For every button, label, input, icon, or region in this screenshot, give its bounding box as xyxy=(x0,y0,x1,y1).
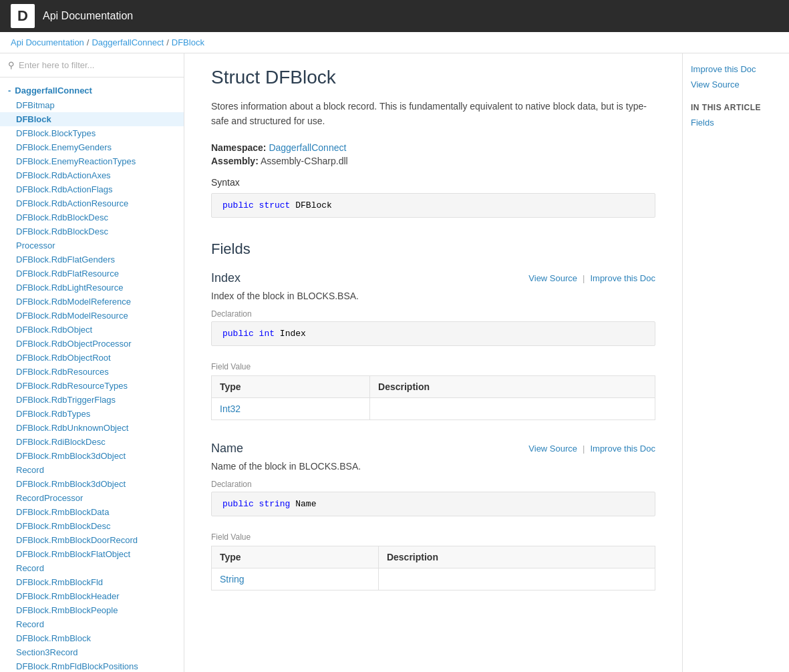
type-link[interactable]: String xyxy=(220,574,245,584)
col-description: Description xyxy=(370,375,655,397)
sidebar-item[interactable]: DFBlock.RmbBlockFld xyxy=(0,575,184,589)
sidebar-item[interactable]: DFBlock.RdbObject xyxy=(0,323,184,337)
field-index-code-name: Index xyxy=(280,329,306,339)
sidebar-item[interactable]: DFBlock.RmbBlock3dObject xyxy=(0,477,184,491)
sidebar-item[interactable]: DFBlock.RdbLightResource xyxy=(0,281,184,295)
improve-doc-link[interactable]: Improve this Doc xyxy=(691,64,781,74)
sidebar-section-header[interactable]: - DaggerfallConnect xyxy=(0,83,184,98)
field-name-improve-doc[interactable]: Improve this Doc xyxy=(590,444,655,454)
meta-table: Namespace: DaggerfallConnect Assembly: A… xyxy=(211,142,655,166)
cell-description xyxy=(370,397,655,419)
field-name-keyword: public string xyxy=(222,499,290,509)
field-name-declaration-label: Declaration xyxy=(211,480,655,489)
table-row: String xyxy=(212,568,655,590)
cell-description xyxy=(378,568,655,590)
sidebar-item[interactable]: DFBlock.RdbResources xyxy=(0,365,184,379)
field-name-sep: | xyxy=(583,444,585,454)
sidebar-item[interactable]: DFBlock.RmbBlockDesc xyxy=(0,519,184,533)
field-index-improve-doc[interactable]: Improve this Doc xyxy=(590,273,655,283)
table-row: Int32 xyxy=(212,397,655,419)
breadcrumb-link-api[interactable]: Api Documentation xyxy=(11,37,84,47)
field-index-header: Index View Source | Improve this Doc xyxy=(211,271,655,285)
sidebar-item[interactable]: Record xyxy=(0,561,184,575)
sidebar-item[interactable]: DFBlock.RmbBlock xyxy=(0,631,184,645)
sidebar-item[interactable]: DFBlock.RdbActionFlags xyxy=(0,182,184,196)
field-index-name: Index xyxy=(211,271,241,285)
col-description: Description xyxy=(378,546,655,568)
cell-type: Int32 xyxy=(212,397,370,419)
sidebar-item[interactable]: RecordProcessor xyxy=(0,491,184,505)
top-nav: D Api Documentation xyxy=(0,0,789,32)
field-index-view-source[interactable]: View Source xyxy=(528,273,577,283)
field-name-description: Name of the block in BLOCKS.BSA. xyxy=(211,461,655,472)
sidebar-item[interactable]: DFBlock.RmbFldBlockPositions xyxy=(0,659,184,672)
field-name-code-name: Name xyxy=(295,499,316,509)
sidebar-item[interactable]: DFBlock.EnemyGenders xyxy=(0,140,184,154)
sidebar-item[interactable]: DFBlock.BlockTypes xyxy=(0,126,184,140)
sidebar-item[interactable]: DFBlock.RmbBlockPeople xyxy=(0,603,184,617)
sidebar-item[interactable]: DFBlock.RdbTriggerFlags xyxy=(0,393,184,407)
breadcrumb-link-connect[interactable]: DaggerfallConnect xyxy=(92,37,164,47)
sidebar-items-list: DFBitmapDFBlockDFBlock.BlockTypesDFBlock… xyxy=(0,98,184,672)
sidebar-item[interactable]: DFBlock.RmbBlockFlatObject xyxy=(0,547,184,561)
field-name-code: public string Name xyxy=(211,492,655,516)
sidebar-item[interactable]: DFBitmap xyxy=(0,98,184,112)
sidebar-item[interactable]: DFBlock.RdbUnknownObject xyxy=(0,421,184,435)
sidebar-item[interactable]: DFBlock.RdbObjectRoot xyxy=(0,351,184,365)
sidebar-item[interactable]: DFBlock.RdbBlockDesc xyxy=(0,224,184,238)
sidebar-item[interactable]: DFBlock.RmbBlockDoorRecord xyxy=(0,533,184,547)
sidebar-item[interactable]: DFBlock.RdbFlatGenders xyxy=(0,253,184,267)
sidebar-item[interactable]: Section3Record xyxy=(0,645,184,659)
search-input[interactable] xyxy=(19,60,176,70)
sidebar-item[interactable]: DFBlock.RdbActionAxes xyxy=(0,168,184,182)
sidebar-item[interactable]: DFBlock.RdbModelReference xyxy=(0,295,184,309)
sidebar-item[interactable]: DFBlock.RmbBlock3dObject xyxy=(0,449,184,463)
field-index: Index View Source | Improve this Doc Ind… xyxy=(211,271,655,420)
col-type: Type xyxy=(212,375,370,397)
syntax-keyword: public struct xyxy=(222,200,290,210)
sidebar-item[interactable]: DFBlock.RdiBlockDesc xyxy=(0,435,184,449)
filter-icon: ⚲ xyxy=(8,60,15,70)
namespace-value: DaggerfallConnect xyxy=(269,142,346,153)
sidebar-item[interactable]: Processor xyxy=(0,238,184,253)
sidebar-item[interactable]: DFBlock.RdbBlockDesc xyxy=(0,210,184,224)
sidebar-item[interactable]: DFBlock.EnemyReactionTypes xyxy=(0,154,184,168)
field-index-sep: | xyxy=(583,273,585,283)
field-name-header: Name View Source | Improve this Doc xyxy=(211,442,655,456)
view-source-link[interactable]: View Source xyxy=(691,79,781,90)
sidebar-item[interactable]: DFBlock.RdbResourceTypes xyxy=(0,379,184,393)
field-name-view-source[interactable]: View Source xyxy=(528,444,577,454)
field-index-declaration-label: Declaration xyxy=(211,309,655,319)
sidebar-item[interactable]: DFBlock xyxy=(0,112,184,126)
article-link-fields[interactable]: Fields xyxy=(691,118,781,128)
field-index-description: Index of the block in BLOCKS.BSA. xyxy=(211,291,655,301)
sidebar-filter-container: ⚲ xyxy=(0,53,184,77)
page-description: Stores information about a block record.… xyxy=(211,99,655,129)
field-index-table: Type Description Int32 xyxy=(211,375,655,420)
sidebar-tree: - DaggerfallConnect DFBitmapDFBlockDFBlo… xyxy=(0,77,184,672)
sidebar-item[interactable]: DFBlock.RdbObjectProcessor xyxy=(0,337,184,351)
field-index-code: public int Index xyxy=(211,321,655,346)
page-title: Struct DFBlock xyxy=(211,67,655,88)
syntax-code-block: public struct DFBlock xyxy=(211,193,655,218)
type-link[interactable]: Int32 xyxy=(220,403,241,414)
table-header-row: Type Description xyxy=(212,546,655,568)
sidebar-item[interactable]: DFBlock.RmbBlockData xyxy=(0,505,184,519)
sidebar-item[interactable]: DFBlock.RdbTypes xyxy=(0,407,184,421)
sidebar: ⚲ - DaggerfallConnect DFBitmapDFBlockDFB… xyxy=(0,53,184,672)
right-sidebar: Improve this Doc View Source IN THIS ART… xyxy=(682,53,789,672)
sidebar-item[interactable]: Record xyxy=(0,463,184,477)
sidebar-item[interactable]: DFBlock.RdbFlatResource xyxy=(0,267,184,281)
cell-type: String xyxy=(212,568,379,590)
app-title: Api Documentation xyxy=(43,10,133,22)
sidebar-item[interactable]: DFBlock.RdbModelResource xyxy=(0,309,184,323)
sidebar-item[interactable]: Record xyxy=(0,617,184,631)
namespace-link[interactable]: DaggerfallConnect xyxy=(269,142,346,153)
breadcrumb: Api Documentation / DaggerfallConnect / … xyxy=(0,32,789,53)
field-index-keyword: public int xyxy=(222,329,275,339)
sidebar-item[interactable]: DFBlock.RmbBlockHeader xyxy=(0,589,184,603)
field-index-actions: View Source | Improve this Doc xyxy=(528,273,655,283)
content-area: Struct DFBlock Stores information about … xyxy=(184,53,682,672)
col-type: Type xyxy=(212,546,379,568)
sidebar-item[interactable]: DFBlock.RdbActionResource xyxy=(0,196,184,210)
